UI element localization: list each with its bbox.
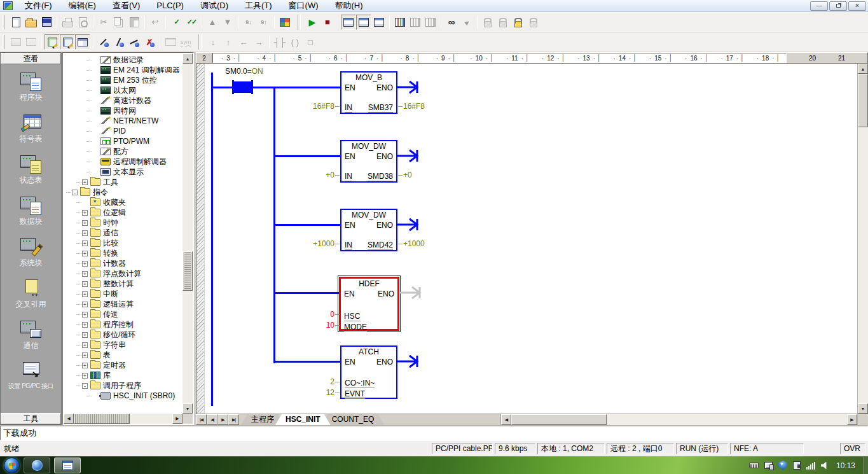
tree-item[interactable]: 以太网 <box>64 85 183 95</box>
scroll-down-icon[interactable]: ▼ <box>183 403 193 414</box>
symbolic-addressing-button[interactable] <box>178 34 193 50</box>
tree-item[interactable]: + 传送 <box>64 309 183 319</box>
tree-item[interactable]: + 比较 <box>64 238 183 248</box>
tree-vertical-scrollbar[interactable]: ▲ ▼ <box>183 53 193 414</box>
tree-item[interactable]: PTO/PWM <box>64 136 183 146</box>
tab-next-button[interactable]: ▶ <box>217 414 228 425</box>
operand-value[interactable]: +1000 <box>278 239 340 248</box>
insert-contact-button[interactable] <box>272 34 287 50</box>
show-desktop-button[interactable] <box>864 457 868 474</box>
tab-first-button[interactable]: |◀ <box>196 414 207 425</box>
tree-item[interactable]: + 逻辑运算 <box>64 299 183 309</box>
scroll-thumb[interactable] <box>511 414 607 425</box>
tree-expander-icon[interactable]: + <box>82 352 88 358</box>
close-button[interactable]: ✕ <box>848 1 866 11</box>
sort-ascending-button[interactable] <box>241 15 256 30</box>
tree-item[interactable]: PID <box>64 126 183 136</box>
tree-expander-icon[interactable]: + <box>82 322 88 328</box>
taskbar-app-microwin[interactable] <box>54 457 81 473</box>
scroll-right-icon[interactable]: ▶ <box>847 414 857 425</box>
tree-item[interactable]: NETR/NETW <box>64 116 183 126</box>
force-options-button[interactable] <box>511 15 526 30</box>
tree-item[interactable]: + 计数器 <box>64 258 183 268</box>
new-file-button[interactable] <box>8 15 24 30</box>
bookmark-glasses-button[interactable] <box>444 15 459 30</box>
instruction-block-mov-dw[interactable]: MOV_DW ENENO INSMD42 <box>340 209 397 251</box>
tree-expander-icon[interactable]: + <box>82 210 88 216</box>
insert-up-line-button[interactable] <box>111 34 127 50</box>
tree-expander-icon[interactable]: + <box>82 342 88 348</box>
tree-item[interactable]: + 字符串 <box>64 340 183 350</box>
tree-item[interactable]: 收藏夹 <box>64 197 183 207</box>
copy-button[interactable] <box>111 15 127 30</box>
network-comments-button[interactable] <box>60 34 75 50</box>
insert-network-button[interactable] <box>8 34 24 50</box>
cut-button[interactable] <box>96 15 111 30</box>
tree-expander-icon[interactable]: - <box>82 383 88 389</box>
tree-expander-icon[interactable]: + <box>82 240 88 246</box>
scroll-up-icon[interactable]: ▲ <box>858 64 868 74</box>
line-down-button[interactable] <box>205 34 221 50</box>
plug-icon[interactable] <box>793 461 801 470</box>
sort-descending-button[interactable] <box>256 15 272 30</box>
tree-item[interactable]: EM 253 位控 <box>64 75 183 85</box>
tree-item[interactable]: + 时钟 <box>64 218 183 228</box>
chart-status-button[interactable] <box>392 15 408 30</box>
sidebar-item-data-block[interactable]: 数据块 <box>1 196 61 227</box>
sidebar-item-program-block[interactable]: 程序块 <box>1 72 61 103</box>
menu-item[interactable]: PLC(P) <box>148 0 192 11</box>
tree-expander-icon[interactable]: + <box>82 251 88 256</box>
scroll-thumb[interactable] <box>74 414 130 424</box>
open-project-button[interactable] <box>24 15 39 30</box>
scroll-down-icon[interactable]: ▼ <box>858 403 868 414</box>
tree-item[interactable]: 因特网 <box>64 106 183 116</box>
tree-expander-icon[interactable]: - <box>72 190 78 195</box>
tab-hsc-init[interactable]: HSC_INIT <box>275 414 331 425</box>
paste-button[interactable] <box>127 15 142 30</box>
tree-expander-icon[interactable]: + <box>82 332 88 338</box>
view-bar-header[interactable]: 查看 <box>1 53 61 64</box>
sidebar-item-status-chart[interactable]: 状态表 <box>1 155 61 186</box>
tree-expander-icon[interactable]: + <box>82 179 88 185</box>
operand-value[interactable]: 0 <box>278 310 340 319</box>
insert-down-line-button[interactable] <box>96 34 111 50</box>
tree-expander-icon[interactable]: + <box>82 312 88 317</box>
editor-vertical-scrollbar[interactable]: ▲ ▼ <box>857 64 868 414</box>
tree-item[interactable]: 高速计数器 <box>64 95 183 106</box>
tools-bar-header[interactable]: 工具 <box>1 413 61 424</box>
print-button[interactable] <box>60 15 75 30</box>
delete-network-button[interactable] <box>24 34 39 50</box>
compile-all-button[interactable] <box>184 15 199 30</box>
tree-item[interactable]: + 位逻辑 <box>64 207 183 218</box>
tree-expander-icon[interactable]: + <box>82 220 88 226</box>
tree-item[interactable]: 数据记录 <box>64 55 183 65</box>
tree-expander-icon[interactable]: + <box>82 363 88 368</box>
scroll-thumb[interactable] <box>858 74 868 127</box>
operand-value[interactable]: 2 <box>278 377 340 386</box>
menu-item[interactable]: 文件(F) <box>17 0 60 11</box>
tree-item[interactable]: 文本显示 <box>64 167 183 177</box>
tree-item[interactable]: + 整数计算 <box>64 279 183 289</box>
taskbar-clock[interactable]: 10:13 <box>836 461 855 470</box>
tree-expander-icon[interactable]: + <box>82 271 88 277</box>
shield-icon[interactable] <box>778 461 787 470</box>
sidebar-item-pgpc-interface[interactable]: 设置 PG/PC 接口 <box>1 361 61 391</box>
menu-item[interactable]: 帮助(H) <box>327 0 371 11</box>
contact-sm0-0[interactable] <box>234 81 251 93</box>
edit-in-run-button[interactable] <box>459 15 474 30</box>
scroll-thumb[interactable] <box>183 251 193 291</box>
minimize-button[interactable]: — <box>810 1 828 11</box>
force-button[interactable] <box>480 15 495 30</box>
print-preview-button[interactable] <box>75 15 90 30</box>
tree-expander-icon[interactable]: + <box>82 291 88 297</box>
ladder-canvas[interactable]: SM0.0=ON MOV_B ENENO INSMB37 16# <box>196 64 857 414</box>
scroll-up-icon[interactable]: ▲ <box>183 53 193 64</box>
tree-expander-icon[interactable]: + <box>82 281 88 287</box>
speaker-icon[interactable] <box>821 462 829 470</box>
operand-value[interactable]: 12 <box>278 388 340 397</box>
pause-program-status-button[interactable] <box>356 15 371 30</box>
menu-item[interactable]: 窗口(W) <box>280 0 327 11</box>
tree-item[interactable]: + 工具 <box>64 177 183 187</box>
menu-item[interactable]: 编辑(E) <box>60 0 104 11</box>
tree-item[interactable]: + 转换 <box>64 248 183 258</box>
